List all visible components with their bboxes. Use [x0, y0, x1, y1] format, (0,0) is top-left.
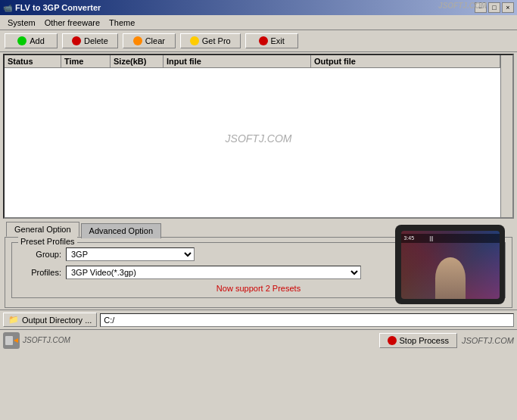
exit-icon [259, 36, 268, 45]
menu-system[interactable]: System [3, 17, 40, 29]
status-watermark: JSOFTJ.COM [462, 336, 514, 345]
phone-preview: 3:45 ||| [395, 225, 505, 304]
status-bar: JSOFTJ.COM Stop Process JSOFTJ.COM [0, 329, 517, 350]
folder-icon: 📁 [8, 315, 19, 325]
clear-button[interactable]: Clear [123, 33, 176, 48]
delete-button[interactable]: Delete [62, 33, 118, 48]
col-header-size: Size(kB) [111, 55, 164, 67]
group-select[interactable]: 3GP [66, 247, 195, 261]
close-button[interactable]: × [502, 2, 514, 13]
output-directory-button[interactable]: 📁 Output Directory ... [3, 313, 97, 327]
phone-time: 3:45 [404, 235, 415, 241]
svg-rect-1 [5, 336, 13, 345]
file-list-container: Status Time Size(kB) Input file Output f… [3, 54, 514, 219]
watermark-top-right: JSOFTJ.COM [438, 2, 487, 10]
add-button[interactable]: Add [5, 33, 58, 48]
file-list-header: Status Time Size(kB) Input file Output f… [5, 55, 512, 68]
phone-figure [401, 254, 500, 299]
output-dir-input[interactable] [100, 313, 514, 327]
get-pro-button[interactable]: Get Pro [180, 33, 241, 48]
maximize-button[interactable]: □ [488, 2, 500, 13]
file-list-body: JSOFTJ.COM [5, 68, 512, 208]
stop-process-button[interactable]: Stop Process [379, 333, 457, 348]
preset-profiles-legend: Preset Profiles [18, 237, 77, 246]
app-icon: 📹 [3, 4, 12, 12]
watermark-center: JSOFTJ.COM [226, 132, 292, 145]
app-title: FLV to 3GP Converter [15, 3, 101, 12]
exit-button[interactable]: Exit [245, 33, 298, 48]
col-header-output: Output file [311, 55, 500, 67]
phone-screen-bar: 3:45 ||| [401, 234, 500, 243]
profiles-label: Profiles: [20, 268, 61, 277]
toolbar: Add Delete Clear Get Pro Exit [0, 30, 517, 52]
profiles-select[interactable]: 3GP Video(*.3gp) [66, 266, 361, 279]
tab-advanced[interactable]: Advanced Option [81, 223, 161, 238]
col-header-status: Status [5, 55, 61, 67]
stop-icon [388, 336, 397, 345]
col-header-input: Input file [164, 55, 311, 67]
status-app-label: JSOFTJ.COM [23, 336, 70, 344]
add-icon [17, 36, 26, 45]
options-panel: General Option Advanced Option Preset Pr… [3, 220, 514, 308]
status-left: JSOFTJ.COM [3, 332, 375, 349]
get-pro-icon [190, 36, 199, 45]
tab-general[interactable]: General Option [6, 222, 79, 237]
app-logo-icon [3, 332, 20, 349]
col-header-time: Time [61, 55, 111, 67]
menu-bar: System Other freeware Theme [0, 15, 517, 30]
clear-icon [133, 36, 142, 45]
group-label: Group: [20, 250, 61, 259]
scrollbar-right[interactable] [500, 55, 512, 217]
menu-theme[interactable]: Theme [104, 17, 139, 29]
title-bar: 📹 FLV to 3GP Converter JSOFTJ.COM − □ × [0, 0, 517, 15]
menu-other-freeware[interactable]: Other freeware [40, 17, 104, 29]
phone-signal: ||| [429, 235, 433, 241]
output-dir-row: 📁 Output Directory ... [0, 310, 517, 329]
phone-screen: 3:45 ||| [401, 231, 500, 299]
delete-icon [72, 36, 81, 45]
